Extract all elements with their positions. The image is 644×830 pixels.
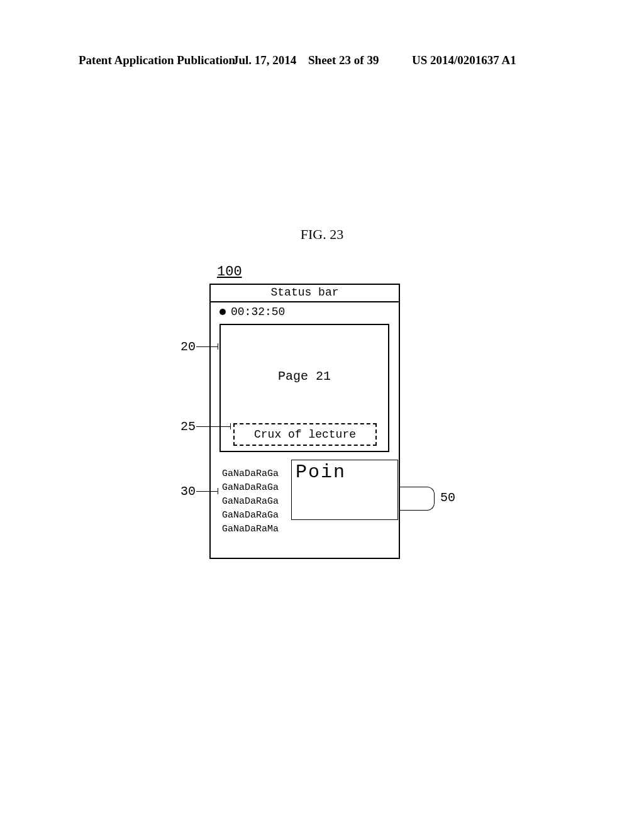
note-line: GaNaDaRaGa — [222, 509, 279, 523]
page-area: Page 21 Crux of lecture — [219, 324, 389, 452]
note-line: GaNaDaRaGa — [222, 495, 279, 509]
figure-label: FIG. 23 — [0, 226, 644, 243]
popup-box: Poin — [291, 460, 398, 520]
header-pubno: US 2014/0201637 A1 — [412, 53, 516, 67]
device-frame: Status bar 00:32:50 Page 21 Crux of lect… — [209, 284, 400, 559]
header-date: Jul. 17, 2014 — [233, 53, 296, 67]
ref-50: 50 — [440, 490, 455, 505]
lead-tick — [218, 343, 218, 350]
ref-25: 25 — [180, 419, 196, 434]
lead-curve — [400, 487, 435, 500]
record-dot-icon — [219, 309, 226, 315]
header-sheet: Sheet 23 of 39 — [308, 53, 379, 67]
ref-30: 30 — [180, 484, 196, 499]
timer-row: 00:32:50 — [211, 302, 399, 321]
lead-line — [196, 491, 218, 492]
note-line: GaNaDaRaMa — [222, 523, 279, 536]
lead-tick — [218, 488, 218, 494]
ref-20: 20 — [180, 340, 196, 354]
note-line: GaNaDaRaGa — [222, 467, 279, 481]
crux-box: Crux of lecture — [233, 423, 377, 446]
lead-tick — [230, 423, 231, 429]
status-bar: Status bar — [211, 285, 399, 302]
page-label: Page 21 — [221, 369, 388, 384]
ref-100: 100 — [217, 264, 242, 280]
lead-curve — [400, 499, 435, 511]
note-line: GaNaDaRaGa — [222, 481, 279, 495]
header-pub: Patent Application Publication — [79, 53, 235, 67]
notes-area: GaNaDaRaGa GaNaDaRaGa GaNaDaRaGa GaNaDaR… — [222, 467, 279, 536]
lead-line — [196, 346, 218, 347]
timer-value: 00:32:50 — [231, 306, 285, 318]
lead-line — [196, 426, 231, 427]
